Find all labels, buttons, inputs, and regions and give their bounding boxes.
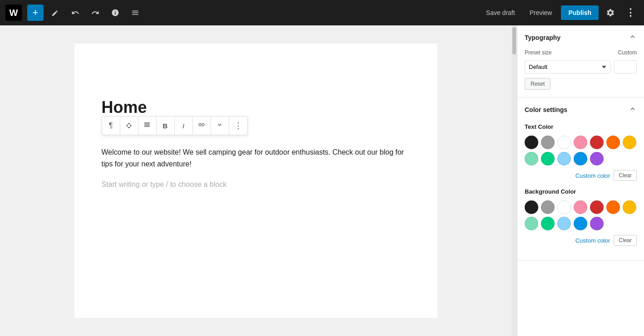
pencil-icon — [51, 9, 59, 17]
bg-color-swatch-yellow[interactable] — [623, 200, 636, 214]
start-writing-placeholder[interactable]: Start writing or type / to choose a bloc… — [102, 180, 410, 189]
text-color-swatches — [525, 136, 637, 166]
size-select-row: Default Small Normal Medium Large Extra … — [525, 60, 637, 73]
text-color-swatch-orange[interactable] — [606, 136, 620, 149]
block-more-options-button[interactable]: ⋮ — [229, 117, 247, 135]
right-panel: Typography Preset size Custom Default Sm… — [517, 25, 644, 336]
settings-button[interactable] — [602, 5, 619, 21]
color-settings-section: Color settings Text Color Custom color C… — [517, 97, 644, 261]
chevron-down-icon — [216, 122, 223, 130]
reset-button[interactable]: Reset — [525, 78, 551, 90]
custom-label: Custom — [618, 49, 637, 56]
bg-color-swatch-light-blue[interactable] — [557, 217, 571, 230]
bg-color-swatch-light-green[interactable] — [525, 217, 538, 230]
text-color-label: Text Color — [525, 123, 637, 130]
link-icon — [198, 121, 205, 130]
list-view-button[interactable] — [127, 5, 143, 21]
gear-icon — [606, 8, 615, 17]
color-settings-title: Color settings — [525, 106, 567, 113]
edit-button[interactable] — [47, 5, 64, 21]
align-button[interactable] — [138, 117, 157, 135]
bg-color-swatch-white[interactable] — [557, 200, 571, 214]
custom-size-input[interactable] — [614, 60, 637, 73]
color-settings-collapse-button[interactable] — [629, 105, 637, 114]
bg-color-swatch-pink[interactable] — [574, 200, 587, 214]
text-color-swatch-white[interactable] — [557, 136, 571, 149]
paragraph-icon: ¶ — [109, 122, 113, 130]
topbar: W + Save draft Preview Publish — [0, 0, 644, 25]
publish-button[interactable]: Publish — [561, 5, 599, 20]
text-color-swatch-gray[interactable] — [541, 136, 555, 149]
more-options-button[interactable]: ⋮ — [622, 5, 639, 21]
chevron-up-icon — [629, 33, 637, 41]
bg-color-swatch-black[interactable] — [525, 200, 538, 214]
editor-scrollbar[interactable] — [511, 25, 517, 336]
undo-icon — [71, 9, 79, 17]
text-color-swatch-yellow[interactable] — [623, 136, 636, 149]
text-custom-color-button[interactable]: Custom color — [575, 172, 610, 179]
typography-collapse-button[interactable] — [629, 33, 637, 42]
redo-icon — [91, 9, 99, 17]
color-settings-header[interactable]: Color settings — [517, 97, 644, 122]
text-color-actions: Custom color Clear — [525, 170, 637, 181]
typography-content: Preset size Custom Default Small Normal … — [517, 49, 644, 97]
editor-area[interactable]: ¶ B — [0, 25, 511, 336]
paragraph-icon-button[interactable]: ¶ — [102, 117, 120, 135]
color-chevron-up-icon — [629, 105, 637, 113]
redo-button[interactable] — [87, 5, 103, 21]
preset-size-select[interactable]: Default Small Normal Medium Large Extra … — [525, 60, 610, 73]
bg-color-swatch-blue[interactable] — [574, 217, 587, 230]
text-color-swatch-light-green[interactable] — [525, 152, 538, 166]
bg-color-label: Background Color — [525, 188, 637, 195]
color-settings-content: Text Color Custom color Clear Background… — [517, 123, 644, 260]
text-color-swatch-light-blue[interactable] — [557, 152, 571, 166]
bg-color-swatches — [525, 200, 637, 230]
text-color-swatch-blue[interactable] — [574, 152, 587, 166]
vertical-dots-icon: ⋮ — [234, 121, 242, 131]
editor-content: ¶ B — [74, 44, 438, 318]
bg-color-swatch-red[interactable] — [590, 200, 604, 214]
align-icon — [143, 121, 151, 130]
editor-scrollbar-thumb — [512, 27, 516, 54]
wp-logo-icon: W — [10, 8, 18, 18]
save-draft-button[interactable]: Save draft — [481, 6, 521, 19]
wp-logo: W — [5, 5, 22, 21]
add-block-button[interactable]: + — [27, 5, 44, 21]
bg-color-actions: Custom color Clear — [525, 235, 637, 246]
bg-color-swatch-orange[interactable] — [606, 200, 620, 214]
text-color-swatch-purple[interactable] — [590, 152, 604, 166]
preset-size-row: Preset size Custom — [525, 49, 637, 56]
bg-color-swatch-purple[interactable] — [590, 217, 604, 230]
typography-header[interactable]: Typography — [517, 25, 644, 49]
list-icon — [131, 9, 139, 17]
bg-color-swatch-gray[interactable] — [541, 200, 555, 214]
link-button[interactable] — [193, 117, 211, 135]
undo-button[interactable] — [67, 5, 84, 21]
move-block-button[interactable] — [120, 117, 138, 135]
bg-custom-color-button[interactable]: Custom color — [575, 237, 610, 244]
move-icon — [126, 122, 132, 129]
more-dots-icon: ⋮ — [625, 7, 635, 19]
block-toolbar: ¶ B — [102, 116, 248, 135]
text-color-swatch-black[interactable] — [525, 136, 538, 149]
bg-color-swatch-green[interactable] — [541, 217, 555, 230]
text-color-swatch-green[interactable] — [541, 152, 555, 166]
typography-section: Typography Preset size Custom Default Sm… — [517, 25, 644, 97]
text-color-swatch-red[interactable] — [590, 136, 604, 149]
page-body-text: Welcome to our website! We sell camping … — [102, 146, 410, 170]
italic-button[interactable]: I — [175, 117, 193, 135]
preview-button[interactable]: Preview — [524, 6, 558, 19]
text-color-swatch-pink[interactable] — [574, 136, 587, 149]
bg-clear-button[interactable]: Clear — [614, 235, 637, 246]
preset-size-label: Preset size — [525, 49, 615, 56]
text-clear-button[interactable]: Clear — [614, 170, 637, 181]
topbar-right-actions: Save draft Preview Publish ⋮ — [481, 5, 639, 21]
info-button[interactable] — [107, 5, 123, 21]
more-rich-text-button[interactable] — [211, 117, 229, 135]
info-icon — [111, 9, 119, 17]
typography-title: Typography — [525, 34, 560, 41]
main-area: ¶ B — [0, 25, 644, 336]
bold-icon: B — [163, 122, 168, 130]
italic-icon: I — [182, 122, 184, 130]
bold-button[interactable]: B — [157, 117, 175, 135]
